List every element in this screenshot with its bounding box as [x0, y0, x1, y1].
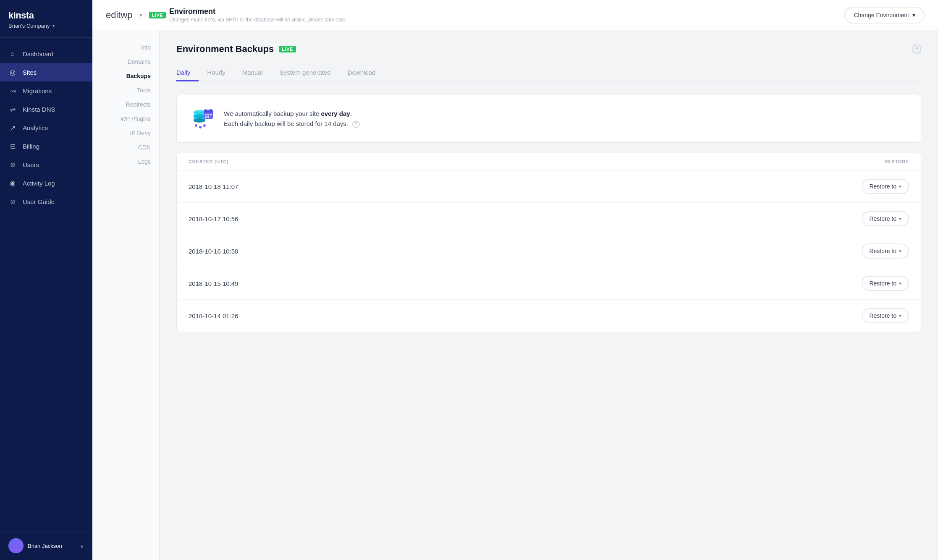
- tab-system-generated[interactable]: System generated: [271, 65, 339, 81]
- topbar-right: Change Environment ▾: [844, 7, 925, 24]
- sidebar-item-kinsta-dns[interactable]: ⇌ Kinsta DNS: [0, 100, 92, 118]
- page-title: Environment Backups: [176, 44, 274, 55]
- tab-hourly[interactable]: Hourly: [199, 65, 233, 81]
- sub-nav-item-backups[interactable]: Backups: [92, 69, 159, 83]
- info-text-line2: Each daily backup will be stored for 14 …: [224, 120, 348, 127]
- env-title: Environment: [169, 7, 347, 16]
- restore-btn-label: Restore to: [869, 312, 896, 319]
- row-date: 2018-10-18 11:07: [189, 183, 238, 190]
- tab-manual[interactable]: Manual: [234, 65, 271, 81]
- analytics-nav-label: Analytics: [23, 124, 48, 131]
- table-row: 2018-10-14 01:26 Restore to ▾: [177, 300, 921, 332]
- table-row: 2018-10-17 10:56 Restore to ▾: [177, 203, 921, 235]
- sidebar-item-migrations[interactable]: ↝ Migrations: [0, 81, 92, 100]
- sidebar-item-users[interactable]: ⊕ Users: [0, 155, 92, 174]
- table-row: 2018-10-15 10:49 Restore to ▾: [177, 267, 921, 300]
- analytics-nav-icon: ↗: [8, 123, 17, 132]
- sub-nav-item-domains[interactable]: Domains: [92, 55, 159, 69]
- sidebar-nav: ⌂ Dashboard ◎ Sites ↝ Migrations ⇌ Kinst…: [0, 38, 92, 531]
- svg-rect-13: [207, 116, 209, 118]
- restore-to-button[interactable]: Restore to ▾: [862, 308, 909, 323]
- svg-point-4: [194, 118, 205, 123]
- backup-table: CREATED (UTC) RESTORE 2018-10-18 11:07 R…: [176, 153, 921, 332]
- topbar: editwp ▾ LIVE Environment Changes made h…: [92, 0, 938, 30]
- sidebar-item-user-guide[interactable]: ⊘ User Guide: [0, 192, 92, 211]
- migrations-nav-label: Migrations: [23, 87, 52, 94]
- table-row: 2018-10-16 10:50 Restore to ▾: [177, 235, 921, 267]
- company-selector[interactable]: Brian's Company ▾: [8, 23, 84, 29]
- company-chevron-icon: ▾: [52, 24, 55, 28]
- page-title-group: Environment Backups LIVE: [176, 44, 296, 55]
- svg-point-16: [203, 124, 206, 127]
- kinsta-dns-nav-label: Kinsta DNS: [23, 106, 55, 113]
- main: editwp ▾ LIVE Environment Changes made h…: [92, 0, 938, 560]
- svg-rect-6: [204, 111, 213, 113]
- restore-chevron-icon: ▾: [899, 216, 901, 222]
- env-group: LIVE Environment Changes made here, via …: [149, 7, 347, 23]
- avatar: [8, 538, 24, 553]
- restore-to-button[interactable]: Restore to ▾: [862, 211, 909, 226]
- table-header-restore: RESTORE: [884, 159, 909, 164]
- sidebar-item-activity-log[interactable]: ◉ Activity Log: [0, 174, 92, 192]
- info-text-part1: We automatically backup your site: [224, 110, 321, 117]
- restore-chevron-icon: ▾: [899, 249, 901, 254]
- sub-nav-item-info[interactable]: Info: [92, 40, 159, 55]
- tab-download[interactable]: Download: [339, 65, 384, 81]
- svg-point-15: [199, 126, 202, 128]
- sidebar-item-dashboard[interactable]: ⌂ Dashboard: [0, 44, 92, 63]
- env-info: Environment Changes made here, via SFTP …: [169, 7, 347, 23]
- restore-to-button[interactable]: Restore to ▾: [862, 276, 909, 291]
- sub-nav-item-logs[interactable]: Logs: [92, 154, 159, 169]
- sidebar: kinsta Brian's Company ▾ ⌂ Dashboard ◎ S…: [0, 0, 92, 560]
- users-nav-label: Users: [23, 161, 39, 168]
- tabs: DailyHourlyManualSystem generatedDownloa…: [176, 65, 921, 81]
- backup-illustration-icon: [189, 105, 215, 132]
- user-guide-nav-icon: ⊘: [8, 197, 17, 206]
- activity-log-nav-icon: ◉: [8, 179, 17, 187]
- site-chevron-icon[interactable]: ▾: [139, 12, 142, 18]
- restore-btn-label: Restore to: [869, 280, 896, 287]
- table-header-created: CREATED (UTC): [189, 159, 229, 164]
- company-name: Brian's Company: [8, 23, 50, 29]
- migrations-nav-icon: ↝: [8, 86, 17, 95]
- svg-rect-9: [205, 114, 207, 115]
- info-text-part2: .: [350, 110, 352, 117]
- sub-nav-item-redirects[interactable]: Redirects: [92, 97, 159, 112]
- svg-rect-10: [207, 114, 209, 115]
- table-header: CREATED (UTC) RESTORE: [177, 153, 921, 170]
- sub-nav-item-wp-plugins[interactable]: WP Plugins: [92, 112, 159, 126]
- row-date: 2018-10-17 10:56: [189, 215, 238, 222]
- dashboard-nav-icon: ⌂: [8, 50, 17, 58]
- page-live-badge: LIVE: [279, 46, 296, 52]
- info-text-bold: every day: [321, 110, 350, 117]
- tab-daily[interactable]: Daily: [176, 65, 199, 81]
- table-row: 2018-10-18 11:07 Restore to ▾: [177, 170, 921, 203]
- sidebar-footer[interactable]: Brian Jackson ▲: [0, 531, 92, 560]
- restore-to-button[interactable]: Restore to ▾: [862, 243, 909, 259]
- site-name: editwp: [106, 10, 133, 21]
- change-env-label: Change Environment: [854, 12, 909, 18]
- sites-nav-icon: ◎: [8, 68, 17, 76]
- users-nav-icon: ⊕: [8, 160, 17, 169]
- svg-rect-11: [210, 114, 212, 115]
- change-environment-button[interactable]: Change Environment ▾: [844, 7, 925, 24]
- help-icon[interactable]: ?: [912, 44, 921, 54]
- restore-chevron-icon: ▾: [899, 281, 901, 286]
- restore-chevron-icon: ▾: [899, 313, 901, 319]
- user-guide-nav-label: User Guide: [23, 198, 55, 205]
- sidebar-item-billing[interactable]: ⊟ Billing: [0, 137, 92, 155]
- sidebar-item-analytics[interactable]: ↗ Analytics: [0, 118, 92, 137]
- sidebar-logo: kinsta: [8, 10, 84, 21]
- billing-nav-icon: ⊟: [8, 142, 17, 150]
- content-wrapper: InfoDomainsBackupsToolsRedirectsWP Plugi…: [92, 30, 938, 560]
- sub-nav-item-tools[interactable]: Tools: [92, 83, 159, 97]
- info-text: We automatically backup your site every …: [224, 109, 360, 129]
- info-help-icon[interactable]: ?: [352, 120, 360, 128]
- sidebar-item-sites[interactable]: ◎ Sites: [0, 63, 92, 81]
- restore-btn-label: Restore to: [869, 183, 896, 190]
- restore-to-button[interactable]: Restore to ▾: [862, 179, 909, 194]
- sub-nav-item-cdn[interactable]: CDN: [92, 140, 159, 154]
- sub-nav-item-ip-deny[interactable]: IP Deny: [92, 126, 159, 140]
- sidebar-user-name: Brian Jackson: [28, 543, 76, 549]
- sidebar-user-chevron-icon: ▲: [80, 544, 84, 548]
